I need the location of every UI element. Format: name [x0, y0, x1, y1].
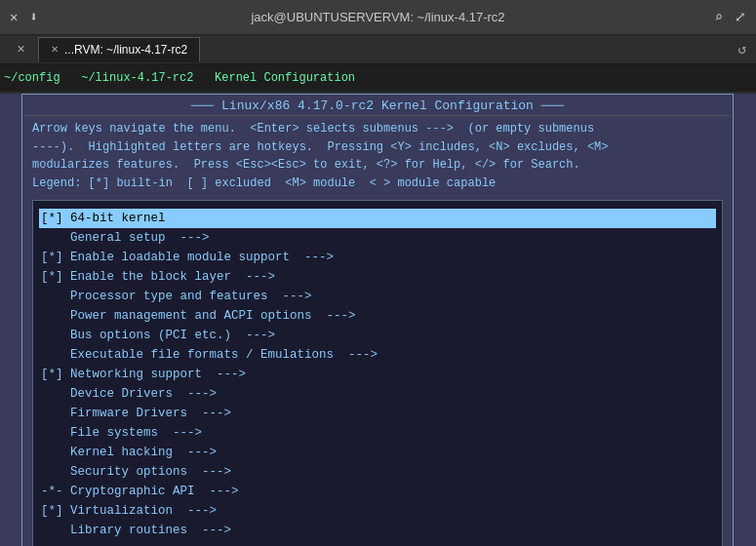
terminal-prompt-bar: ~/config ~/linux-4.17-rc2 Kernel Configu… — [0, 64, 756, 92]
history-icon[interactable]: ↺ — [738, 41, 746, 58]
menu-item-security[interactable]: Security options ---> — [39, 462, 716, 482]
help-line-3: modularizes features. Press <Esc><Esc> t… — [32, 156, 723, 175]
title-bar-right: ⌕ ⤢ — [715, 9, 746, 25]
kernel-config-title: ─── Linux/x86 4.17.0-rc2 Kernel Configur… — [24, 97, 731, 116]
menu-item-loadable[interactable]: [*] Enable loadable module support ---> — [39, 248, 716, 267]
maximize-icon[interactable]: ⤢ — [735, 9, 746, 25]
menu-item-bus[interactable]: Bus options (PCI etc.) ---> — [39, 326, 716, 345]
menu-area: [*] 64-bit kernel General setup ---> [*]… — [32, 200, 723, 546]
kernel-config-panel: ─── Linux/x86 4.17.0-rc2 Kernel Configur… — [21, 94, 734, 546]
kernel-config-wrapper: ─── Linux/x86 4.17.0-rc2 Kernel Configur… — [0, 94, 756, 546]
download-icon[interactable]: ⬇ — [29, 9, 37, 25]
menu-item-power[interactable]: Power management and ACPI options ---> — [39, 306, 716, 326]
menu-item-exec[interactable]: Executable file formats / Emulations ---… — [39, 345, 716, 365]
menu-item-block[interactable]: [*] Enable the block layer ---> — [39, 267, 716, 287]
menu-item-kernel-hacking[interactable]: Kernel hacking ---> — [39, 443, 716, 462]
tab-2-close[interactable]: ✕ — [51, 44, 59, 55]
menu-item-filesystems[interactable]: File systems ---> — [39, 423, 716, 443]
help-line-4: Legend: [*] built-in [ ] excluded <M> mo… — [32, 175, 723, 193]
window-title: jack@UBUNTUSERVERVM: ~/linux-4.17-rc2 — [251, 10, 504, 24]
menu-item-networking[interactable]: [*] Networking support ---> — [39, 365, 716, 384]
menu-item-64bit[interactable]: [*] 64-bit kernel — [39, 209, 716, 228]
help-line-1: Arrow keys navigate the menu. <Enter> se… — [32, 120, 723, 138]
search-icon[interactable]: ⌕ — [715, 9, 723, 25]
tab-2[interactable]: ✕ ...RVM: ~/linux-4.17-rc2 — [38, 37, 200, 62]
title-bar-left: ✕ ⬇ — [10, 9, 38, 25]
terminal-prompt-text: ~/config ~/linux-4.17-rc2 Kernel Configu… — [4, 71, 355, 85]
menu-item-firmware[interactable]: Firmware Drivers ---> — [39, 404, 716, 423]
tab-1[interactable]: ✕ — [4, 37, 38, 62]
menu-item-virtualization[interactable]: [*] Virtualization ---> — [39, 501, 716, 521]
menu-item-device[interactable]: Device Drivers ---> — [39, 384, 716, 404]
tab-1-close[interactable]: ✕ — [17, 43, 25, 56]
menu-item-library[interactable]: Library routines ---> — [39, 521, 716, 540]
help-line-2: ----). Highlighted letters are hotkeys. … — [32, 138, 723, 157]
menu-item-crypto[interactable]: -*- Cryptographic API ---> — [39, 482, 716, 501]
tab-bar: ✕ ✕ ...RVM: ~/linux-4.17-rc2 ↺ — [0, 35, 756, 64]
close-icon[interactable]: ✕ — [10, 9, 18, 25]
tab-2-label: ...RVM: ~/linux-4.17-rc2 — [64, 43, 187, 57]
menu-item-processor[interactable]: Processor type and features ---> — [39, 287, 716, 306]
title-bar: ✕ ⬇ jack@UBUNTUSERVERVM: ~/linux-4.17-rc… — [0, 0, 756, 35]
menu-item-general[interactable]: General setup ---> — [39, 228, 716, 248]
kernel-config-help: Arrow keys navigate the menu. <Enter> se… — [24, 116, 731, 196]
